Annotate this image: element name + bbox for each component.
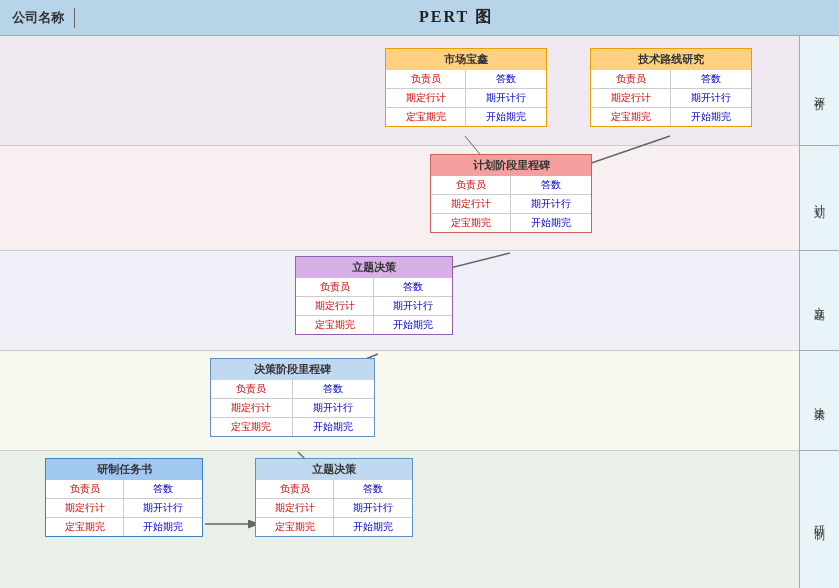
ms-r1c1: 期定行计 (386, 89, 466, 108)
research-task-header: 研制任务书 (46, 459, 202, 480)
market-survey-box: 市场宝鑫 负责员 答数 期定行计 期开计行 定宝期完 开始期完 (385, 48, 547, 127)
label-decision: 决策 (800, 351, 839, 451)
ms-col2: 答数 (466, 70, 546, 89)
research-decision-box: 立题决策 负责员 答数 期定行计 期开计行 定宝期完 开始期完 (255, 458, 413, 537)
header: 公司名称 PERT 图 (0, 0, 839, 36)
ms-r1c2: 期开计行 (466, 89, 546, 108)
label-plan: 计划 (800, 146, 839, 251)
ms-col1: 负责员 (386, 70, 466, 89)
plan-milestone-box: 计划阶段里程碑 负责员 答数 期定行计 期开计行 定宝期完 开始期完 (430, 154, 592, 233)
section-decision (0, 351, 799, 451)
tech-research-header: 技术路线研究 (591, 49, 751, 70)
topic-decision-header: 立题决策 (296, 257, 452, 278)
ms-r2c2: 开始期完 (466, 108, 546, 126)
label-research: 研制 (800, 451, 839, 588)
page-title: PERT 图 (85, 7, 827, 28)
label-topic: 立题 (800, 251, 839, 351)
section-plan (0, 146, 799, 251)
decision-milestone-header: 决策阶段里程碑 (211, 359, 374, 380)
right-labels-column: 评价 计划 立题 决策 研制 (799, 36, 839, 588)
company-name: 公司名称 (12, 9, 64, 27)
label-evaluation: 评价 (800, 36, 839, 146)
market-survey-header: 市场宝鑫 (386, 49, 546, 70)
research-task-box: 研制任务书 负责员 答数 期定行计 期开计行 定宝期完 开始期完 (45, 458, 203, 537)
header-divider (74, 8, 75, 28)
tech-research-box: 技术路线研究 负责员 答数 期定行计 期开计行 定宝期完 开始期完 (590, 48, 752, 127)
decision-milestone-box: 决策阶段里程碑 负责员 答数 期定行计 期开计行 定宝期完 开始期完 (210, 358, 375, 437)
topic-decision-box: 立题决策 负责员 答数 期定行计 期开计行 定宝期完 开始期完 (295, 256, 453, 335)
research-decision-header: 立题决策 (256, 459, 412, 480)
plan-milestone-header: 计划阶段里程碑 (431, 155, 591, 176)
ms-r2c1: 定宝期完 (386, 108, 466, 126)
